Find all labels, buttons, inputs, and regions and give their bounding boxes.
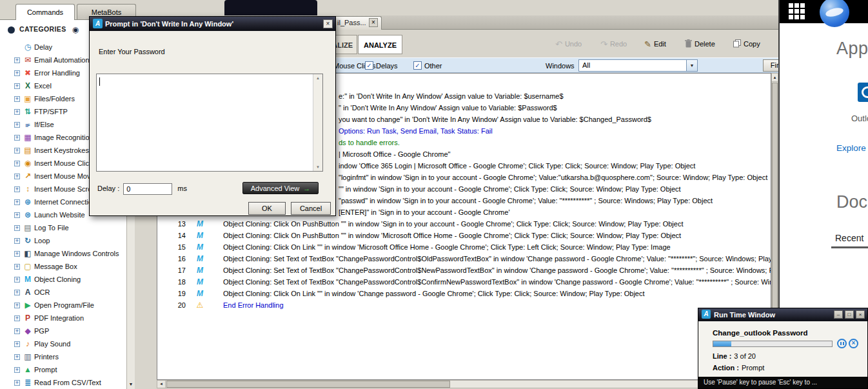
expand-icon[interactable]: + (14, 109, 20, 115)
category-ocr[interactable]: +AOCR (0, 286, 126, 299)
expand-icon[interactable]: + (14, 161, 20, 166)
category-open-program-file[interactable]: +▶Open Program/File (0, 299, 126, 312)
advanced-view-button[interactable]: Advanced View→ (242, 182, 319, 194)
tab-commands[interactable]: Commands (15, 4, 75, 20)
tab-recent[interactable]: Recent (835, 233, 863, 243)
category-printers[interactable]: +▥Printers (0, 350, 126, 363)
category-read-from-csv-text[interactable]: +≣Read From CSV/Text (0, 376, 126, 389)
task-line-18[interactable]: 18MObject Cloning: Set Text of TextBox "… (157, 276, 771, 288)
task-line-16[interactable]: 16MObject Cloning: Set Text of TextBox "… (157, 253, 771, 264)
expand-icon[interactable]: + (14, 380, 20, 386)
expand-icon[interactable]: + (14, 264, 20, 270)
category-message-box[interactable]: +▢Message Box (0, 260, 126, 273)
category-prompt[interactable]: +▲Prompt (0, 363, 126, 376)
expand-icon[interactable]: + (14, 367, 20, 373)
object-cloning-icon: M (195, 241, 205, 253)
expand-icon[interactable]: + (14, 135, 20, 141)
scroll-down-icon[interactable]: ▼ (313, 165, 322, 169)
expand-icon[interactable]: + (14, 238, 20, 244)
expand-icon[interactable]: + (14, 96, 20, 102)
horizontal-scrollbar-thumb[interactable] (166, 381, 450, 388)
dialog-titlebar[interactable]: A Prompt in 'Don't Write In Any Window' … (90, 17, 335, 31)
task-line-15[interactable]: 15MObject Cloning: Click On Link "" in w… (157, 241, 771, 253)
task-line-text: Object Cloning: Click On Link "" in wind… (223, 288, 771, 299)
dialog-close-icon[interactable]: × (323, 19, 333, 28)
scroll-up-icon[interactable]: ▲ (772, 74, 778, 82)
runtime-window-titlebar[interactable]: A Run Time Window – □ × (698, 308, 867, 321)
category-pgp[interactable]: +◆PGP (0, 324, 126, 337)
pause-button[interactable] (837, 339, 847, 348)
expand-icon[interactable]: + (14, 328, 20, 334)
windows-dropdown-value: All (582, 61, 590, 69)
office-logo-icon[interactable] (820, 0, 849, 27)
categories-heading: CATEGORIES (19, 25, 66, 33)
edit-button[interactable]: ✎Edit (644, 37, 666, 50)
expand-icon[interactable]: + (14, 83, 20, 89)
tab-analyze[interactable]: ANALYZE (358, 35, 402, 54)
redo-button[interactable]: ↷Redo (600, 37, 627, 50)
expand-icon[interactable]: + (14, 212, 20, 218)
category-loop[interactable]: +↻Loop (0, 234, 126, 247)
ok-button[interactable]: OK (248, 202, 286, 215)
stop-button[interactable]: × (849, 339, 858, 348)
scroll-up-icon[interactable]: ▲ (313, 76, 322, 80)
categories-settings-icon[interactable]: ◉ (72, 25, 79, 34)
category-manage-windows-controls[interactable]: +◧Manage Windows Controls (0, 247, 126, 260)
expand-icon[interactable]: + (14, 122, 20, 128)
task-line-14[interactable]: 14MObject Cloning: Click On PushButton "… (157, 230, 771, 241)
tab-close-icon[interactable]: × (369, 18, 378, 27)
expand-icon[interactable]: + (14, 70, 20, 76)
find-button[interactable]: Find (763, 59, 778, 72)
runtime-window: A Run Time Window – □ × Change_outlook P… (698, 308, 868, 389)
category-pdf-integration[interactable]: +PPDF Integration (0, 312, 126, 324)
expand-icon[interactable]: + (14, 277, 20, 283)
expand-icon[interactable]: + (14, 57, 20, 63)
apps-launcher-icon[interactable] (789, 3, 806, 21)
other-checkbox[interactable]: ✓ (413, 61, 422, 70)
cancel-button[interactable]: Cancel (291, 202, 331, 215)
expand-icon[interactable]: + (14, 290, 20, 295)
category-play-sound[interactable]: +♪Play Sound (0, 337, 126, 350)
category-object-cloning[interactable]: +MObject Cloning (0, 273, 126, 286)
close-icon[interactable]: × (856, 310, 865, 319)
category-log-to-file[interactable]: +▤Log To File (0, 221, 126, 234)
text-cursor (99, 77, 100, 86)
expand-icon[interactable]: + (14, 225, 20, 231)
outlook-icon[interactable] (858, 83, 868, 102)
minimize-icon[interactable]: – (834, 310, 843, 319)
expand-icon[interactable]: + (14, 303, 20, 308)
expand-icon[interactable]: + (14, 186, 20, 192)
delays-checkbox[interactable]: ✓ (365, 61, 373, 70)
image-recognition-icon: ▦ (23, 131, 32, 144)
delete-button[interactable]: Delete (685, 37, 715, 50)
expand-icon[interactable]: + (14, 315, 20, 321)
message-box-icon: ▢ (23, 260, 32, 273)
expand-icon[interactable]: + (14, 341, 20, 347)
dropdown-arrow-icon[interactable]: ▼ (686, 60, 697, 71)
task-line-20[interactable]: 20⚠End Error Handling (157, 299, 771, 311)
expand-icon[interactable]: + (14, 148, 20, 154)
task-line-19[interactable]: 19MObject Cloning: Click On Link "" in w… (157, 288, 771, 299)
undo-button[interactable]: ↶Undo (555, 37, 582, 50)
maximize-icon[interactable]: □ (845, 310, 854, 319)
expand-icon[interactable]: + (14, 354, 20, 360)
delay-input[interactable]: 0 (123, 183, 172, 195)
scroll-left-icon[interactable]: ◄ (157, 381, 166, 388)
password-input[interactable]: ▲ ▼ (96, 74, 323, 172)
windows-dropdown[interactable]: All ▼ (578, 59, 698, 72)
expand-icon[interactable]: + (14, 199, 20, 205)
category-label: Log To File (34, 224, 69, 232)
if-else-icon: IF (23, 119, 32, 132)
task-line-17[interactable]: 17MObject Cloning: Set Text of TextBox "… (157, 264, 771, 276)
action-status: Action :Prompt (713, 364, 764, 372)
prompt-message-label: Enter Your Password (99, 48, 165, 55)
tasklist-horizontal-scrollbar[interactable]: ◄ ► (157, 380, 771, 388)
textarea-scrollbar[interactable]: ▲ ▼ (313, 74, 322, 171)
expand-icon[interactable]: + (14, 174, 20, 179)
task-line-13[interactable]: 13MObject Cloning: Click On PushButton "… (157, 218, 771, 230)
expand-icon[interactable]: + (14, 251, 20, 257)
sidebar-scroll-down-icon[interactable]: ▼ (127, 380, 135, 388)
category-label: Message Box (34, 263, 77, 270)
explore-link[interactable]: Explore (836, 143, 866, 153)
copy-button[interactable]: Copy (733, 37, 760, 50)
